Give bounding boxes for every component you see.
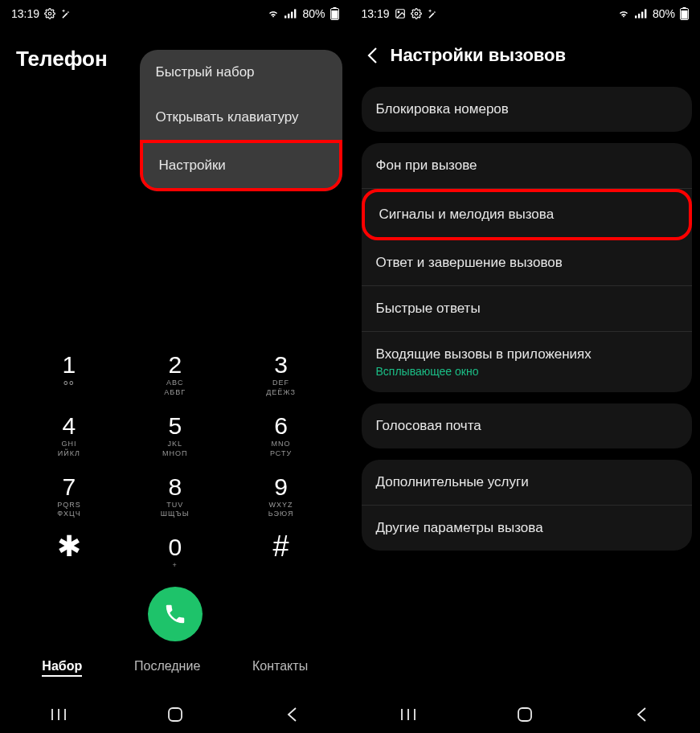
signal-icon [285,8,297,19]
settings-group: Голосовая почта [362,403,693,448]
status-time: 13:19 [11,7,39,20]
nav-recents-icon[interactable] [399,705,418,724]
key-1[interactable]: 1ᴏᴏ [21,348,117,404]
settings-item[interactable]: Сигналы и мелодия вызова [362,189,693,240]
settings-item[interactable]: Дополнительные услуги [362,460,693,506]
gear-icon [44,8,55,19]
settings-item[interactable]: Блокировка номеров [362,87,693,132]
tab-recent[interactable]: Последние [134,659,200,677]
nav-bar [0,696,350,733]
svg-rect-20 [683,7,686,9]
svg-rect-1 [285,15,286,18]
key-8[interactable]: 8TUVШЩЪЫ [127,470,223,526]
settings-group: Фон при вызовеСигналы и мелодия вызоваОт… [362,143,693,392]
phone-left: 13:19 80% Телефон Быстрый набор Открыв [0,0,350,733]
nav-home-icon[interactable] [515,705,534,724]
svg-point-14 [415,12,418,15]
settings-header: Настройки вызовов [350,27,701,84]
key-3[interactable]: 3DEFДЕЁЖЗ [233,348,330,404]
settings-item[interactable]: Быстрые ответы [362,286,693,332]
key-7[interactable]: 7PQRSФХЦЧ [21,470,117,526]
image-icon [395,8,406,19]
key-2[interactable]: 2ABCАБВГ [127,348,223,404]
settings-item[interactable]: Входящие вызовы в приложенияхВсплывающее… [362,332,693,392]
key-9[interactable]: 9WXYZЬЭЮЯ [233,470,330,526]
svg-point-0 [48,12,51,15]
menu-speed-dial[interactable]: Быстрый набор [140,50,342,95]
tab-dialer[interactable]: Набор [42,659,82,677]
nav-bar [350,696,701,733]
phone-icon [163,602,187,626]
settings-title: Настройки вызовов [391,45,567,66]
phone-right: 13:19 80% Нас [350,0,701,733]
key-6[interactable]: 6MNOРСТУ [233,409,330,465]
settings-group: Блокировка номеров [362,87,693,132]
settings-item[interactable]: Голосовая почта [362,403,693,448]
key-5[interactable]: 5JKLМНОП [127,409,223,465]
key-hash[interactable]: # [233,530,330,579]
svg-rect-6 [333,7,336,9]
popup-menu: Быстрый набор Открывать клавиатуру Настр… [140,50,342,191]
menu-settings[interactable]: Настройки [140,140,342,191]
status-battery-pct: 80% [653,7,675,20]
wand-icon [427,8,438,19]
svg-rect-2 [288,14,289,18]
svg-point-13 [398,11,399,13]
dialpad: 1ᴏᴏ 2ABCАБВГ 3DEFДЕЁЖЗ 4GHIИЙКЛ 5JKLМНОП… [0,348,350,696]
settings-item[interactable]: Фон при вызове [362,143,693,189]
settings-list: Блокировка номеровФон при вызовеСигналы … [350,84,701,696]
key-star[interactable]: ✱ [21,530,117,579]
wifi-icon [617,8,630,19]
nav-home-icon[interactable] [166,705,185,724]
svg-rect-18 [645,9,646,18]
settings-item[interactable]: Другие параметры вызова [362,506,693,551]
svg-rect-11 [169,708,182,721]
svg-rect-7 [331,10,338,19]
signal-icon [635,8,648,19]
key-0[interactable]: 0+ [127,530,223,579]
nav-back-icon[interactable] [632,705,651,724]
svg-rect-25 [518,708,531,721]
menu-open-keyboard[interactable]: Открывать клавиатуру [140,95,342,140]
tab-contacts[interactable]: Контакты [252,659,308,677]
svg-rect-4 [294,9,296,18]
svg-rect-21 [682,10,688,19]
status-battery-pct: 80% [302,7,325,20]
back-icon[interactable] [365,47,379,64]
wand-icon [60,8,72,19]
status-bar: 13:19 80% [350,0,701,27]
tabs: Набор Последние Контакты [16,653,334,688]
svg-rect-16 [638,14,640,18]
svg-rect-15 [635,15,637,18]
battery-icon [330,7,339,20]
wifi-icon [267,8,280,19]
nav-recents-icon[interactable] [49,705,68,724]
call-button[interactable] [148,587,203,641]
status-time: 13:19 [362,7,390,20]
nav-back-icon[interactable] [282,705,301,724]
settings-subtitle: Всплывающее окно [376,365,678,378]
status-bar: 13:19 80% [0,0,350,27]
svg-rect-17 [641,12,643,18]
settings-group: Дополнительные услугиДругие параметры вы… [362,460,693,551]
svg-rect-3 [291,12,293,18]
gear-icon [411,8,422,19]
battery-icon [680,7,689,20]
key-4[interactable]: 4GHIИЙКЛ [21,409,117,465]
settings-item[interactable]: Ответ и завершение вызовов [362,240,693,286]
